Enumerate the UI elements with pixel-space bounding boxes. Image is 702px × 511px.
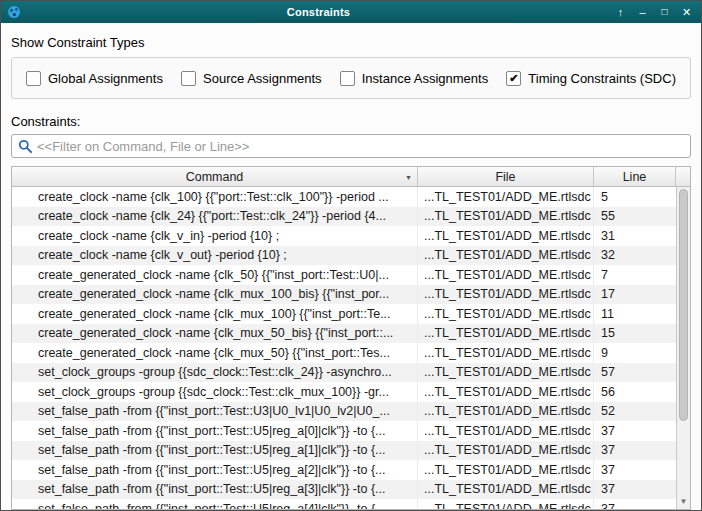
column-header-label: Command: [186, 170, 244, 184]
cell-file: ...TL_TEST01/ADD_ME.rtlsdc: [418, 402, 594, 422]
cell-file: ...TL_TEST01/ADD_ME.rtlsdc: [418, 460, 594, 480]
cell-line: 9: [594, 343, 676, 363]
rollup-button[interactable]: ↑: [615, 1, 626, 23]
cell-line: 37: [594, 460, 676, 480]
window-controls: ↑ – □ ✕: [615, 1, 695, 23]
cell-command: create_generated_clock -name {clk_mux_10…: [12, 285, 418, 305]
sort-descending-icon[interactable]: ▼: [405, 173, 412, 180]
table-row[interactable]: set_false_path -from {{"inst_port::Test:…: [12, 460, 676, 480]
cell-file: ...TL_TEST01/ADD_ME.rtlsdc: [418, 187, 594, 207]
cell-command: create_generated_clock -name {clk_mux_10…: [12, 304, 418, 324]
checkbox-box[interactable]: [26, 71, 41, 86]
cell-command: set_false_path -from {{"inst_port::Test:…: [12, 402, 418, 422]
table-row[interactable]: set_false_path -from {{"inst_port::Test:…: [12, 402, 676, 422]
table-row[interactable]: set_false_path -from {{"inst_port::Test:…: [12, 499, 676, 509]
checkbox-timing-constraints-sdc[interactable]: ✔Timing Constraints (SDC): [506, 71, 676, 86]
minimize-button[interactable]: –: [637, 1, 648, 23]
table-row[interactable]: create_generated_clock -name {clk_mux_50…: [12, 343, 676, 363]
cell-line: 37: [594, 499, 676, 509]
table-row[interactable]: set_false_path -from {{"inst_port::Test:…: [12, 441, 676, 461]
table-row[interactable]: set_clock_groups -group {{sdc_clock::Tes…: [12, 382, 676, 402]
cell-file: ...TL_TEST01/ADD_ME.rtlsdc: [418, 304, 594, 324]
cell-line: 5: [594, 187, 676, 207]
scrollbar-thumb[interactable]: [679, 189, 688, 421]
vertical-scrollbar[interactable]: ▼: [676, 187, 690, 509]
column-header-line[interactable]: Line: [594, 167, 676, 186]
checkbox-source-assignments[interactable]: Source Assignments: [181, 71, 322, 86]
cell-command: create_clock -name {clk_v_out} -period {…: [12, 246, 418, 266]
table-row[interactable]: create_generated_clock -name {clk_mux_50…: [12, 324, 676, 344]
close-button[interactable]: ✕: [681, 1, 692, 23]
cell-command: set_false_path -from {{"inst_port::Test:…: [12, 441, 418, 461]
cell-file: ...TL_TEST01/ADD_ME.rtlsdc: [418, 441, 594, 461]
table-row[interactable]: create_clock -name {clk_v_out} -period {…: [12, 246, 676, 266]
search-icon: [17, 139, 32, 154]
table-row[interactable]: create_generated_clock -name {clk_50} {{…: [12, 265, 676, 285]
cell-line: 37: [594, 441, 676, 461]
cell-line: 32: [594, 246, 676, 266]
checkbox-instance-assignments[interactable]: Instance Assignments: [340, 71, 488, 86]
checkbox-global-assignments[interactable]: Global Assignments: [26, 71, 163, 86]
cell-file: ...TL_TEST01/ADD_ME.rtlsdc: [418, 382, 594, 402]
cell-line: 15: [594, 324, 676, 344]
cell-file: ...TL_TEST01/ADD_ME.rtlsdc: [418, 480, 594, 500]
filter-box: [11, 134, 691, 158]
cell-line: 17: [594, 285, 676, 305]
checkbox-box[interactable]: [340, 71, 355, 86]
constraints-table: Command ▼ File Line create_clock -name {…: [11, 166, 691, 510]
cell-line: 37: [594, 480, 676, 500]
cell-file: ...TL_TEST01/ADD_ME.rtlsdc: [418, 285, 594, 305]
cell-command: create_generated_clock -name {clk_50} {{…: [12, 265, 418, 285]
cell-line: 31: [594, 226, 676, 246]
cell-line: 57: [594, 363, 676, 383]
cell-command: set_clock_groups -group {{sdc_clock::Tes…: [12, 382, 418, 402]
checkbox-label: Source Assignments: [203, 71, 322, 86]
cell-file: ...TL_TEST01/ADD_ME.rtlsdc: [418, 421, 594, 441]
cell-command: create_clock -name {clk_v_in} -period {1…: [12, 226, 418, 246]
cell-file: ...TL_TEST01/ADD_ME.rtlsdc: [418, 226, 594, 246]
column-header-file[interactable]: File: [418, 167, 594, 186]
cell-command: create_clock -name {clk_100} {{"port::Te…: [12, 187, 418, 207]
cell-line: 11: [594, 304, 676, 324]
dialog-content: Show Constraint Types Global Assignments…: [1, 23, 701, 510]
maximize-button[interactable]: □: [659, 1, 670, 23]
header-scrollbar-gap: [676, 167, 690, 186]
filter-input[interactable]: [37, 139, 685, 154]
cell-command: set_false_path -from {{"inst_port::Test:…: [12, 421, 418, 441]
cell-file: ...TL_TEST01/ADD_ME.rtlsdc: [418, 246, 594, 266]
constraints-label: Constraints:: [11, 114, 691, 129]
checkbox-box[interactable]: [181, 71, 196, 86]
cell-file: ...TL_TEST01/ADD_ME.rtlsdc: [418, 265, 594, 285]
window-title: Constraints: [22, 6, 615, 18]
titlebar[interactable]: Constraints ↑ – □ ✕: [1, 1, 701, 23]
cell-command: create_generated_clock -name {clk_mux_50…: [12, 324, 418, 344]
cell-line: 7: [594, 265, 676, 285]
table-body: create_clock -name {clk_100} {{"port::Te…: [12, 187, 676, 509]
table-row[interactable]: set_clock_groups -group {{sdc_clock::Tes…: [12, 363, 676, 383]
checkbox-label: Instance Assignments: [362, 71, 488, 86]
cell-line: 56: [594, 382, 676, 402]
table-row[interactable]: set_false_path -from {{"inst_port::Test:…: [12, 421, 676, 441]
cell-line: 55: [594, 207, 676, 227]
cell-command: set_false_path -from {{"inst_port::Test:…: [12, 480, 418, 500]
table-row[interactable]: set_false_path -from {{"inst_port::Test:…: [12, 480, 676, 500]
cell-command: set_false_path -from {{"inst_port::Test:…: [12, 460, 418, 480]
constraint-types-groupbox: Global AssignmentsSource AssignmentsInst…: [11, 57, 691, 99]
table-header: Command ▼ File Line: [12, 167, 690, 187]
table-row[interactable]: create_generated_clock -name {clk_mux_10…: [12, 304, 676, 324]
scroll-down-icon[interactable]: ▼: [677, 496, 690, 508]
cell-file: ...TL_TEST01/ADD_ME.rtlsdc: [418, 363, 594, 383]
constraints-dialog: Constraints ↑ – □ ✕ Show Constraint Type…: [0, 0, 702, 511]
column-header-command[interactable]: Command ▼: [12, 167, 418, 186]
checkbox-box[interactable]: ✔: [506, 71, 521, 86]
cell-file: ...TL_TEST01/ADD_ME.rtlsdc: [418, 499, 594, 509]
table-row[interactable]: create_clock -name {clk_24} {{"port::Tes…: [12, 207, 676, 227]
cell-file: ...TL_TEST01/ADD_ME.rtlsdc: [418, 207, 594, 227]
cell-file: ...TL_TEST01/ADD_ME.rtlsdc: [418, 324, 594, 344]
cell-command: set_false_path -from {{"inst_port::Test:…: [12, 499, 418, 509]
table-row[interactable]: create_clock -name {clk_v_in} -period {1…: [12, 226, 676, 246]
column-header-label: Line: [623, 170, 647, 184]
table-row[interactable]: create_generated_clock -name {clk_mux_10…: [12, 285, 676, 305]
table-row[interactable]: create_clock -name {clk_100} {{"port::Te…: [12, 187, 676, 207]
cell-line: 37: [594, 421, 676, 441]
